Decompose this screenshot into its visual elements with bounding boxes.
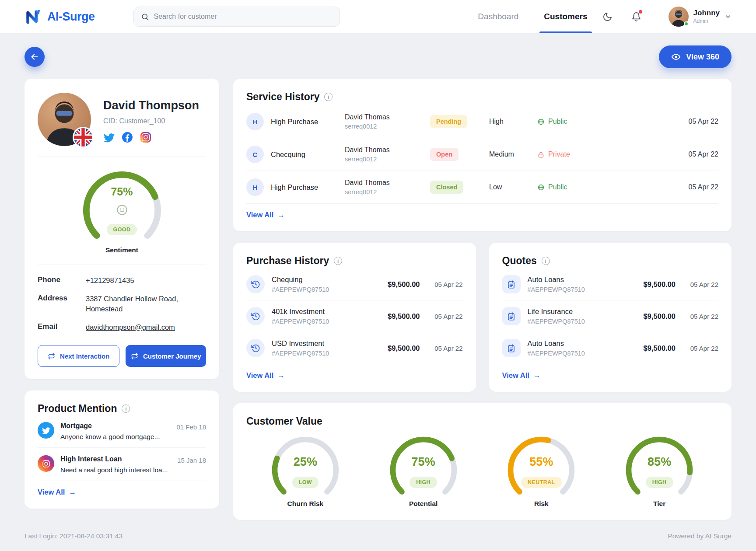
purchase-amount: $9,500.00 bbox=[374, 312, 420, 321]
purchase-name: Chequing bbox=[272, 276, 367, 284]
search-input[interactable] bbox=[154, 13, 332, 21]
purchase-date: 05 Apr 22 bbox=[427, 313, 463, 320]
quotes-title: Quotes bbox=[502, 255, 537, 267]
service-history-row[interactable]: C Checquing David Thomas serreq0012 Open… bbox=[246, 138, 718, 171]
online-status-dot bbox=[684, 21, 689, 26]
sentiment-rating-badge: GOOD bbox=[107, 224, 137, 235]
quotes-view-all[interactable]: View All → bbox=[502, 371, 541, 380]
service-agent: David Thomas serreq0012 bbox=[345, 146, 430, 163]
gauge-percent: 55% bbox=[504, 455, 578, 469]
service-ref: serreq0012 bbox=[345, 188, 430, 195]
phone-value: +12129871435 bbox=[86, 276, 206, 285]
nav-dashboard[interactable]: Dashboard bbox=[478, 0, 518, 33]
search-icon bbox=[141, 13, 149, 21]
gauge-percent: 25% bbox=[269, 455, 342, 469]
journey-icon bbox=[130, 352, 139, 360]
info-icon[interactable]: i bbox=[334, 257, 342, 265]
purchase-name: USD Investment bbox=[272, 339, 367, 348]
page-toolbar: View 360 bbox=[24, 45, 732, 68]
status-badge: Open bbox=[430, 148, 458, 161]
purchase-row[interactable]: Chequing #AEPPEWPQ87510 $9,500.00 05 Apr… bbox=[246, 269, 463, 300]
visibility: Private bbox=[537, 150, 598, 158]
customer-value-title: Customer Value bbox=[246, 415, 322, 427]
sentiment-percent: 75% bbox=[79, 185, 165, 198]
info-icon[interactable]: i bbox=[542, 257, 550, 265]
service-initial-avatar: H bbox=[246, 178, 264, 196]
purchase-history-card: Purchase History i Chequing #AEPPEWPQ875… bbox=[233, 243, 476, 392]
product-mention-item[interactable]: High Interest Loan Need a real good high… bbox=[38, 448, 206, 481]
brand-logo-icon bbox=[24, 9, 43, 24]
contact-details: Phone +12129871435 Address 3387 Chandler… bbox=[38, 276, 206, 332]
history-icon bbox=[246, 275, 265, 293]
purchase-row[interactable]: 401k Investment #AEPPEWPQ87510 $9,500.00… bbox=[246, 300, 463, 332]
view-360-label: View 360 bbox=[686, 52, 719, 62]
email-label: Email bbox=[38, 322, 83, 331]
mention-product: High Interest Loan bbox=[60, 455, 168, 463]
brand-logo[interactable]: AI-Surge bbox=[24, 9, 95, 24]
page-content: View 360 bbox=[0, 33, 756, 551]
next-interaction-label: Next Interaction bbox=[60, 352, 109, 360]
priority-label: High bbox=[489, 118, 537, 126]
purchase-row[interactable]: USD Investment #AEPPEWPQ87510 $9,500.00 … bbox=[246, 332, 463, 364]
history-icon bbox=[246, 307, 265, 325]
lock-icon bbox=[537, 151, 545, 158]
history-icon bbox=[246, 339, 265, 357]
mention-body: High Interest Loan Need a real good high… bbox=[60, 455, 168, 474]
clipboard-icon bbox=[502, 307, 521, 325]
service-ref: serreq0012 bbox=[345, 156, 430, 163]
view-all-label: View All bbox=[38, 488, 65, 496]
info-icon[interactable]: i bbox=[324, 93, 332, 101]
purchase-history-view-all[interactable]: View All → bbox=[246, 371, 285, 380]
dark-mode-toggle[interactable] bbox=[599, 8, 616, 25]
service-history-row[interactable]: H High Purchase David Thomas serreq0012 … bbox=[246, 171, 718, 204]
agent-name: David Thomas bbox=[345, 179, 430, 187]
arrow-right-icon: → bbox=[277, 211, 285, 219]
next-interaction-button[interactable]: Next Interaction bbox=[38, 345, 119, 367]
mention-snippet: Need a real good high interest loa... bbox=[60, 466, 168, 474]
instagram-icon[interactable] bbox=[140, 132, 151, 143]
purchase-history-title: Purchase History bbox=[246, 255, 329, 267]
user-role: Admin bbox=[693, 18, 720, 24]
notifications-button[interactable] bbox=[628, 8, 645, 25]
quote-row[interactable]: Life Insurance #AEPPEWPQ87510 $9,500.00 … bbox=[502, 300, 719, 332]
visibility: Public bbox=[537, 118, 598, 126]
app-header: AI-Surge Dashboard Customers bbox=[0, 0, 756, 33]
nav-customers[interactable]: Customers bbox=[544, 0, 587, 33]
mention-body: Mortgage Anyone know a good mortgage... bbox=[60, 422, 160, 441]
customer-journey-label: Customer Journey bbox=[143, 352, 201, 360]
product-mention-item[interactable]: Mortgage Anyone know a good mortgage... … bbox=[38, 415, 206, 448]
user-menu[interactable]: Johnny Admin bbox=[668, 7, 732, 27]
customer-journey-button[interactable]: Customer Journey bbox=[126, 345, 206, 367]
quote-date: 05 Apr 22 bbox=[682, 345, 718, 352]
service-history-view-all[interactable]: View All → bbox=[246, 211, 285, 219]
product-mention-view-all[interactable]: View All → bbox=[38, 488, 76, 496]
service-name: High Purchase bbox=[271, 183, 318, 192]
info-icon[interactable]: i bbox=[122, 405, 130, 413]
user-name: Johnny bbox=[693, 9, 720, 17]
gauge-risk: 55% NEUTRAL Risk bbox=[483, 433, 601, 508]
moon-icon bbox=[602, 12, 612, 22]
gauge-churn-risk: 25% LOW Churn Risk bbox=[246, 433, 364, 508]
search-bar bbox=[133, 7, 340, 27]
priority-label: Medium bbox=[489, 150, 537, 158]
service-initial-avatar: H bbox=[246, 113, 264, 130]
service-ref: serreq0012 bbox=[345, 123, 430, 130]
visibility-label: Public bbox=[548, 118, 567, 126]
facebook-icon[interactable] bbox=[122, 132, 133, 143]
agent-name: David Thomas bbox=[345, 146, 430, 154]
service-initial-avatar: C bbox=[246, 146, 264, 163]
twitter-icon[interactable] bbox=[103, 132, 115, 143]
email-link[interactable]: davidthompson@gmail.com bbox=[86, 323, 175, 331]
back-button[interactable] bbox=[24, 47, 45, 67]
quote-row[interactable]: Auto Loans #AEPPEWPQ87510 $9,500.00 05 A… bbox=[502, 269, 719, 300]
last-login: Last Login: 2021-08-24 03:31:43 bbox=[24, 532, 122, 540]
quotes-card: Quotes i Auto Loans #AEPPEWPQ87510 $9,50… bbox=[489, 243, 732, 392]
customer-value-card: Customer Value 25% LOW Churn Risk bbox=[233, 403, 732, 520]
quote-row[interactable]: Auto Loans #AEPPEWPQ87510 $9,500.00 05 A… bbox=[502, 332, 719, 364]
smiley-icon bbox=[79, 203, 165, 216]
gauge-percent: 85% bbox=[623, 455, 696, 469]
clipboard-icon bbox=[502, 339, 521, 357]
service-history-row[interactable]: H High Purchase David Thomas serreq0012 … bbox=[246, 105, 718, 138]
view-all-label: View All bbox=[246, 211, 273, 219]
view-360-button[interactable]: View 360 bbox=[659, 45, 732, 68]
